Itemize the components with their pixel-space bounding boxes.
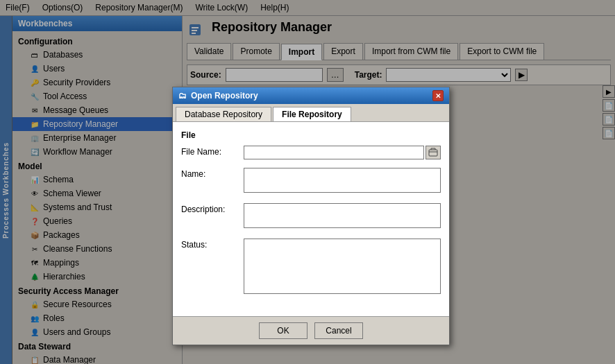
name-row: Name: (181, 168, 441, 195)
status-row: Status: (181, 239, 441, 296)
dialog-footer: OK Cancel (173, 316, 449, 345)
svg-rect-4 (429, 150, 437, 156)
dialog-title-icon: 🗂 (178, 91, 187, 101)
file-name-field (244, 146, 441, 159)
file-name-row: File Name: (181, 146, 441, 159)
dialog-tab-database-repository[interactable]: Database Repository (176, 107, 271, 121)
file-name-input[interactable] (244, 146, 424, 159)
description-input[interactable] (244, 203, 441, 228)
dialog-tab-file-repository[interactable]: File Repository (273, 107, 351, 121)
status-field (244, 239, 441, 296)
dialog-body: File File Name: (173, 122, 449, 316)
dialog-title: 🗂 Open Repository (178, 91, 258, 101)
description-field (244, 203, 441, 230)
dialog-titlebar: 🗂 Open Repository ✕ (173, 87, 449, 104)
status-label: Status: (181, 239, 244, 250)
dialog-tabs: Database Repository File Repository (173, 104, 449, 122)
description-label: Description: (181, 203, 244, 214)
modal-overlay: 🗂 Open Repository ✕ Database Repository … (0, 0, 615, 364)
file-name-label: File Name: (181, 146, 244, 157)
name-label: Name: (181, 168, 244, 179)
file-browse-button[interactable] (426, 146, 441, 159)
name-field (244, 168, 441, 195)
ok-button[interactable]: OK (259, 322, 308, 339)
status-input (244, 239, 441, 294)
dialog-close-button[interactable]: ✕ (432, 90, 444, 101)
description-row: Description: (181, 203, 441, 230)
name-input[interactable] (244, 168, 441, 193)
cancel-button[interactable]: Cancel (314, 322, 363, 339)
dialog-title-text: Open Repository (191, 91, 258, 101)
file-section-label: File (181, 130, 441, 140)
open-repository-dialog: 🗂 Open Repository ✕ Database Repository … (172, 87, 450, 345)
